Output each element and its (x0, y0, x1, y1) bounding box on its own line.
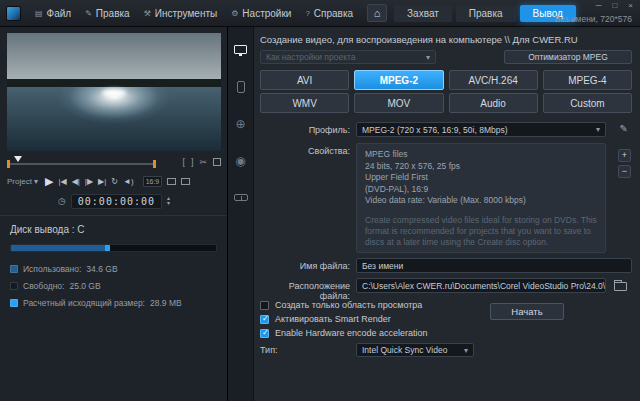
used-swatch (10, 265, 18, 273)
trim-tools: [ ] ✂ (182, 157, 221, 167)
encoder-type-dropdown[interactable]: Intel Quick Sync Video ▾ (356, 343, 474, 357)
target-disc[interactable]: ◉ (235, 154, 245, 167)
estimated-label: Расчетный исходящий размер: (23, 298, 145, 308)
tools-icon: ⚒ (144, 9, 151, 18)
menu-settings-label: Настройки (242, 8, 291, 19)
go-start-button[interactable]: |◀ (58, 177, 66, 186)
split-clip-icon[interactable]: ✂ (199, 157, 207, 167)
trim-bar: [ ] ✂ (7, 155, 221, 169)
previous-frame-button[interactable]: ◀| (72, 177, 80, 186)
format-mov-button[interactable]: MOV (354, 93, 443, 113)
trim-end-handle[interactable] (153, 160, 156, 168)
format-wmv-button[interactable]: WMV (260, 93, 349, 113)
close-button[interactable]: × (628, 1, 633, 10)
target-computer[interactable] (234, 43, 247, 56)
home-button[interactable]: ⌂ (367, 4, 387, 22)
filename-input[interactable]: Без имени (356, 258, 632, 273)
timecode-down-icon: ▾ (167, 201, 170, 206)
playback-mode-label: Project (7, 177, 32, 186)
mark-out-icon[interactable]: ] (191, 157, 194, 167)
enlarge-preview-icon[interactable] (213, 158, 221, 166)
playback-mode-selector[interactable]: Project ▾ (7, 177, 38, 186)
preview-sky (7, 33, 221, 81)
format-mpeg4-button[interactable]: MPEG-4 (543, 70, 632, 90)
top-controls-row: Как настройки проекта ▾ Оптимизатор MPEG (260, 50, 632, 64)
disk-output-segment (105, 245, 110, 251)
free-swatch (10, 282, 18, 290)
maximize-button[interactable]: □ (612, 1, 617, 10)
profile-label: Профиль: (260, 125, 350, 135)
option-preview-range[interactable]: Создать только область просмотра (260, 298, 428, 312)
video-preview[interactable] (7, 33, 221, 151)
remove-profile-button[interactable]: − (618, 165, 631, 178)
render-options: Создать только область просмотра Активир… (260, 298, 428, 340)
playhead-marker[interactable] (14, 156, 22, 162)
option-hardware-acceleration[interactable]: Enable Hardware encode acceleration (260, 326, 428, 340)
free-label: Свободно: (23, 281, 64, 291)
disk-legend: Использовано: 34.6 GB Свободно: 25.0 GB … (10, 264, 217, 308)
3d-glasses-icon (234, 194, 248, 201)
legend-estimated: Расчетный исходящий размер: 28.9 MB (10, 298, 217, 308)
smart-render-checkbox[interactable] (260, 315, 269, 324)
edit-profile-icon[interactable]: ✎ (620, 123, 628, 134)
project-format-dropdown[interactable]: Как настройки проекта ▾ (260, 50, 436, 64)
clock-icon: ◷ (58, 196, 66, 206)
file-location-input[interactable]: C:\Users\Alex CWER.ru\Documents\Corel Vi… (356, 278, 606, 293)
volume-button[interactable]: ◄) (123, 177, 134, 186)
menu-file[interactable]: ▤Файл (28, 0, 78, 26)
used-value: 34.6 GB (86, 264, 117, 274)
app-logo-icon (6, 6, 21, 21)
transport-controls: Project ▾ ▶ |◀ ◀| |▶ ▶| ↻ ◄) 16:9 (7, 173, 221, 189)
help-icon: ? (305, 9, 309, 18)
go-end-button[interactable]: ▶| (98, 177, 106, 186)
share-header-text: Создание видео, для воспроизведения на к… (260, 34, 578, 45)
menu-tools[interactable]: ⚒Инструменты (137, 0, 225, 26)
add-profile-button[interactable]: + (618, 149, 631, 162)
full-screen-icon[interactable] (181, 178, 190, 185)
format-audio-button[interactable]: Audio (449, 93, 538, 113)
profile-dropdown[interactable]: MPEG-2 (720 x 576, 16:9, 50i, 8Mbps) ▾ (356, 122, 606, 137)
share-content: Создание видео, для воспроизведения на к… (260, 27, 632, 401)
target-device[interactable] (237, 80, 245, 93)
free-value: 25.0 GB (69, 281, 100, 291)
menu-settings[interactable]: ⚙Настройки (224, 0, 298, 26)
format-avi-button[interactable]: AVI (260, 70, 349, 90)
target-web[interactable]: ⊕ (235, 117, 245, 130)
format-custom-button[interactable]: Custom (543, 93, 632, 113)
chevron-down-icon: ▾ (464, 346, 468, 355)
safe-area-icon[interactable] (167, 178, 176, 185)
minimize-button[interactable]: ─ (596, 1, 602, 10)
property-line: (DVD-PAL), 16:9 (365, 184, 597, 196)
mpeg-optimizer-button[interactable]: Оптимизатор MPEG (504, 50, 632, 64)
next-frame-button[interactable]: |▶ (85, 177, 93, 186)
option-smart-render[interactable]: Активировать Smart Render (260, 312, 428, 326)
tab-capture[interactable]: Захват (394, 5, 452, 22)
preview-range-checkbox[interactable] (260, 301, 269, 310)
play-button[interactable]: ▶ (45, 175, 53, 188)
format-avc-h264-button[interactable]: AVC/H.264 (449, 70, 538, 90)
globe-icon: ⊕ (235, 117, 245, 131)
start-button[interactable]: Начать (490, 303, 564, 320)
menu-edit-label: Правка (96, 8, 130, 19)
title-bar: ▤Файл ✎Правка ⚒Инструменты ⚙Настройки ?С… (0, 0, 640, 27)
menu-help[interactable]: ?Справка (298, 0, 360, 26)
preview-range-label: Создать только область просмотра (275, 300, 422, 310)
timecode-value[interactable]: 00:00:00:00 (71, 194, 162, 209)
disk-used-segment (11, 245, 105, 251)
mark-in-icon[interactable]: [ (182, 157, 185, 167)
preview-treeline (7, 79, 221, 87)
legend-free: Свободно: 25.0 GB (10, 281, 217, 291)
property-line: Upper Field First (365, 172, 597, 184)
format-mpeg2-button[interactable]: MPEG-2 (354, 70, 443, 90)
menu-edit[interactable]: ✎Правка (78, 0, 136, 26)
hardware-acceleration-checkbox[interactable] (260, 329, 269, 338)
repeat-button[interactable]: ↻ (111, 177, 118, 186)
timecode-steppers[interactable]: ▴ ▾ (167, 196, 170, 206)
tab-edit[interactable]: Правка (456, 5, 516, 22)
encoder-type-value: Intel Quick Sync Video (362, 345, 447, 355)
browse-folder-icon[interactable] (614, 282, 627, 291)
scrub-track[interactable] (10, 163, 153, 165)
target-3d-movie[interactable] (234, 191, 248, 204)
menu-tools-label: Инструменты (155, 8, 217, 19)
output-disk-section: Диск вывода : C Использовано: 34.6 GB Св… (0, 215, 227, 315)
